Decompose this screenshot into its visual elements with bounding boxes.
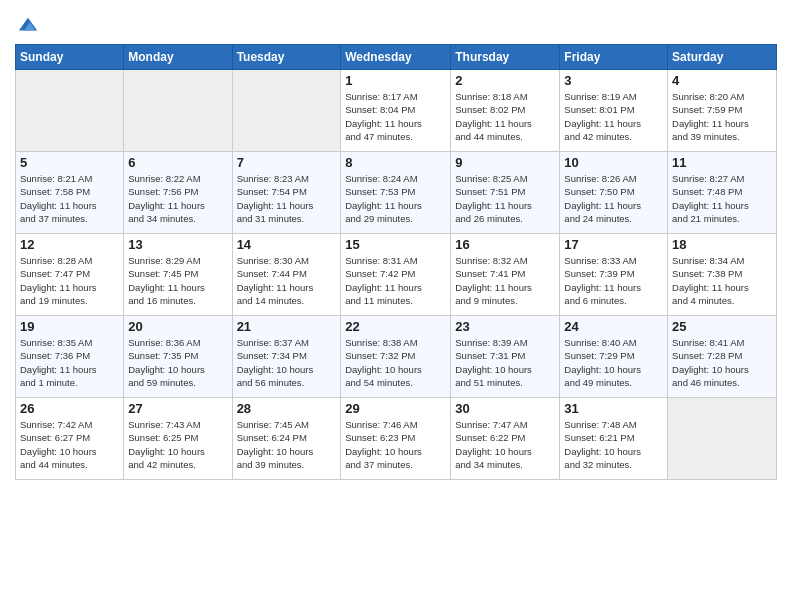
calendar-cell: 29Sunrise: 7:46 AM Sunset: 6:23 PM Dayli…: [341, 398, 451, 480]
calendar-cell: 22Sunrise: 8:38 AM Sunset: 7:32 PM Dayli…: [341, 316, 451, 398]
calendar-week-row: 1Sunrise: 8:17 AM Sunset: 8:04 PM Daylig…: [16, 70, 777, 152]
weekday-header-monday: Monday: [124, 45, 232, 70]
calendar-cell: 2Sunrise: 8:18 AM Sunset: 8:02 PM Daylig…: [451, 70, 560, 152]
weekday-header-wednesday: Wednesday: [341, 45, 451, 70]
calendar-cell: [16, 70, 124, 152]
calendar-week-row: 12Sunrise: 8:28 AM Sunset: 7:47 PM Dayli…: [16, 234, 777, 316]
day-info: Sunrise: 8:20 AM Sunset: 7:59 PM Dayligh…: [672, 90, 772, 143]
day-number: 4: [672, 73, 772, 88]
day-number: 25: [672, 319, 772, 334]
calendar-table: SundayMondayTuesdayWednesdayThursdayFrid…: [15, 44, 777, 480]
calendar-cell: 19Sunrise: 8:35 AM Sunset: 7:36 PM Dayli…: [16, 316, 124, 398]
calendar-cell: 25Sunrise: 8:41 AM Sunset: 7:28 PM Dayli…: [668, 316, 777, 398]
day-number: 2: [455, 73, 555, 88]
calendar-week-row: 26Sunrise: 7:42 AM Sunset: 6:27 PM Dayli…: [16, 398, 777, 480]
calendar-cell: 11Sunrise: 8:27 AM Sunset: 7:48 PM Dayli…: [668, 152, 777, 234]
day-number: 31: [564, 401, 663, 416]
calendar-cell: 4Sunrise: 8:20 AM Sunset: 7:59 PM Daylig…: [668, 70, 777, 152]
calendar-cell: 30Sunrise: 7:47 AM Sunset: 6:22 PM Dayli…: [451, 398, 560, 480]
weekday-header-sunday: Sunday: [16, 45, 124, 70]
day-number: 26: [20, 401, 119, 416]
day-number: 8: [345, 155, 446, 170]
day-info: Sunrise: 8:25 AM Sunset: 7:51 PM Dayligh…: [455, 172, 555, 225]
day-info: Sunrise: 8:34 AM Sunset: 7:38 PM Dayligh…: [672, 254, 772, 307]
calendar-cell: 16Sunrise: 8:32 AM Sunset: 7:41 PM Dayli…: [451, 234, 560, 316]
weekday-header-friday: Friday: [560, 45, 668, 70]
day-info: Sunrise: 8:36 AM Sunset: 7:35 PM Dayligh…: [128, 336, 227, 389]
day-info: Sunrise: 7:48 AM Sunset: 6:21 PM Dayligh…: [564, 418, 663, 471]
day-info: Sunrise: 8:31 AM Sunset: 7:42 PM Dayligh…: [345, 254, 446, 307]
day-info: Sunrise: 8:41 AM Sunset: 7:28 PM Dayligh…: [672, 336, 772, 389]
day-number: 20: [128, 319, 227, 334]
weekday-header-saturday: Saturday: [668, 45, 777, 70]
day-info: Sunrise: 8:30 AM Sunset: 7:44 PM Dayligh…: [237, 254, 337, 307]
calendar-cell: 10Sunrise: 8:26 AM Sunset: 7:50 PM Dayli…: [560, 152, 668, 234]
calendar-cell: 28Sunrise: 7:45 AM Sunset: 6:24 PM Dayli…: [232, 398, 341, 480]
page: SundayMondayTuesdayWednesdayThursdayFrid…: [0, 0, 792, 612]
calendar-cell: 31Sunrise: 7:48 AM Sunset: 6:21 PM Dayli…: [560, 398, 668, 480]
day-number: 28: [237, 401, 337, 416]
day-info: Sunrise: 7:43 AM Sunset: 6:25 PM Dayligh…: [128, 418, 227, 471]
day-info: Sunrise: 8:17 AM Sunset: 8:04 PM Dayligh…: [345, 90, 446, 143]
day-number: 16: [455, 237, 555, 252]
day-number: 13: [128, 237, 227, 252]
calendar-cell: 18Sunrise: 8:34 AM Sunset: 7:38 PM Dayli…: [668, 234, 777, 316]
day-number: 11: [672, 155, 772, 170]
calendar-cell: 24Sunrise: 8:40 AM Sunset: 7:29 PM Dayli…: [560, 316, 668, 398]
day-number: 5: [20, 155, 119, 170]
day-info: Sunrise: 7:46 AM Sunset: 6:23 PM Dayligh…: [345, 418, 446, 471]
calendar-cell: 26Sunrise: 7:42 AM Sunset: 6:27 PM Dayli…: [16, 398, 124, 480]
weekday-header-tuesday: Tuesday: [232, 45, 341, 70]
calendar-cell: 12Sunrise: 8:28 AM Sunset: 7:47 PM Dayli…: [16, 234, 124, 316]
day-info: Sunrise: 8:38 AM Sunset: 7:32 PM Dayligh…: [345, 336, 446, 389]
day-number: 21: [237, 319, 337, 334]
day-info: Sunrise: 7:42 AM Sunset: 6:27 PM Dayligh…: [20, 418, 119, 471]
day-info: Sunrise: 8:39 AM Sunset: 7:31 PM Dayligh…: [455, 336, 555, 389]
day-number: 1: [345, 73, 446, 88]
day-number: 24: [564, 319, 663, 334]
day-number: 12: [20, 237, 119, 252]
day-number: 14: [237, 237, 337, 252]
day-number: 3: [564, 73, 663, 88]
calendar-header-row: SundayMondayTuesdayWednesdayThursdayFrid…: [16, 45, 777, 70]
day-number: 29: [345, 401, 446, 416]
day-number: 9: [455, 155, 555, 170]
day-info: Sunrise: 8:40 AM Sunset: 7:29 PM Dayligh…: [564, 336, 663, 389]
header: [15, 10, 777, 36]
calendar-cell: 9Sunrise: 8:25 AM Sunset: 7:51 PM Daylig…: [451, 152, 560, 234]
day-number: 30: [455, 401, 555, 416]
day-number: 10: [564, 155, 663, 170]
calendar-cell: [124, 70, 232, 152]
calendar-cell: 3Sunrise: 8:19 AM Sunset: 8:01 PM Daylig…: [560, 70, 668, 152]
day-number: 27: [128, 401, 227, 416]
day-info: Sunrise: 8:37 AM Sunset: 7:34 PM Dayligh…: [237, 336, 337, 389]
day-number: 17: [564, 237, 663, 252]
day-info: Sunrise: 8:29 AM Sunset: 7:45 PM Dayligh…: [128, 254, 227, 307]
day-info: Sunrise: 8:21 AM Sunset: 7:58 PM Dayligh…: [20, 172, 119, 225]
day-number: 23: [455, 319, 555, 334]
calendar-cell: 5Sunrise: 8:21 AM Sunset: 7:58 PM Daylig…: [16, 152, 124, 234]
day-info: Sunrise: 8:26 AM Sunset: 7:50 PM Dayligh…: [564, 172, 663, 225]
day-number: 22: [345, 319, 446, 334]
day-info: Sunrise: 8:23 AM Sunset: 7:54 PM Dayligh…: [237, 172, 337, 225]
calendar-cell: 23Sunrise: 8:39 AM Sunset: 7:31 PM Dayli…: [451, 316, 560, 398]
calendar-cell: 20Sunrise: 8:36 AM Sunset: 7:35 PM Dayli…: [124, 316, 232, 398]
day-number: 7: [237, 155, 337, 170]
calendar-cell: [232, 70, 341, 152]
calendar-week-row: 19Sunrise: 8:35 AM Sunset: 7:36 PM Dayli…: [16, 316, 777, 398]
calendar-cell: 6Sunrise: 8:22 AM Sunset: 7:56 PM Daylig…: [124, 152, 232, 234]
calendar-week-row: 5Sunrise: 8:21 AM Sunset: 7:58 PM Daylig…: [16, 152, 777, 234]
day-number: 6: [128, 155, 227, 170]
day-info: Sunrise: 8:18 AM Sunset: 8:02 PM Dayligh…: [455, 90, 555, 143]
calendar-cell: 14Sunrise: 8:30 AM Sunset: 7:44 PM Dayli…: [232, 234, 341, 316]
calendar-cell: 1Sunrise: 8:17 AM Sunset: 8:04 PM Daylig…: [341, 70, 451, 152]
logo-icon: [17, 14, 39, 36]
day-info: Sunrise: 7:47 AM Sunset: 6:22 PM Dayligh…: [455, 418, 555, 471]
day-info: Sunrise: 8:22 AM Sunset: 7:56 PM Dayligh…: [128, 172, 227, 225]
calendar-cell: 13Sunrise: 8:29 AM Sunset: 7:45 PM Dayli…: [124, 234, 232, 316]
weekday-header-thursday: Thursday: [451, 45, 560, 70]
logo: [15, 14, 39, 36]
day-info: Sunrise: 8:28 AM Sunset: 7:47 PM Dayligh…: [20, 254, 119, 307]
calendar-cell: 17Sunrise: 8:33 AM Sunset: 7:39 PM Dayli…: [560, 234, 668, 316]
calendar-cell: 15Sunrise: 8:31 AM Sunset: 7:42 PM Dayli…: [341, 234, 451, 316]
